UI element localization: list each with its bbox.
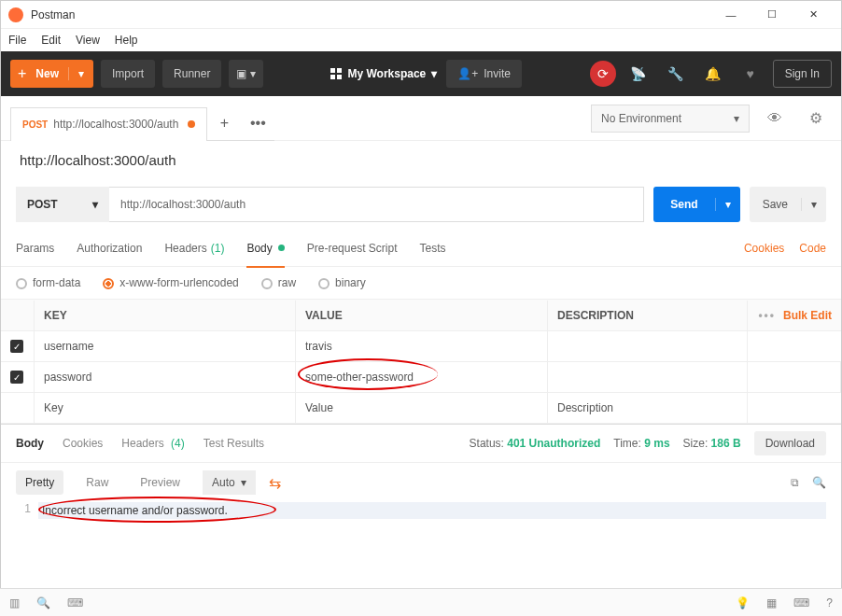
tab-options-button[interactable]: ••• xyxy=(241,107,274,141)
kv-row: ✓ password some-other-password xyxy=(1,362,841,393)
view-raw[interactable]: Raw xyxy=(77,470,118,495)
save-button[interactable]: Save ▾ xyxy=(750,187,826,222)
heart-icon[interactable]: ♥ xyxy=(736,60,765,88)
request-row: POST ▾ Send ▾ Save ▾ xyxy=(1,179,841,230)
import-button[interactable]: Import xyxy=(101,60,155,88)
kv-desc-placeholder[interactable]: Description xyxy=(548,393,748,423)
bulk-edit-link[interactable]: Bulk Edit xyxy=(783,309,832,322)
radio-form-data[interactable]: form-data xyxy=(16,276,80,289)
wrap-lines-icon[interactable]: ⇆ xyxy=(269,474,281,492)
view-preview[interactable]: Preview xyxy=(131,470,189,495)
tab-headers[interactable]: Headers (1) xyxy=(164,230,224,267)
chevron-down-icon: ▾ xyxy=(431,67,437,80)
kv-key[interactable]: password xyxy=(35,362,296,392)
resp-tab-headers[interactable]: Headers (4) xyxy=(121,437,184,450)
tab-method: POST xyxy=(22,119,48,130)
send-dropdown[interactable]: ▾ xyxy=(715,198,740,211)
kv-value[interactable]: some-other-password xyxy=(296,362,548,392)
kv-desc[interactable] xyxy=(548,362,748,392)
tab-tests[interactable]: Tests xyxy=(419,230,445,267)
environment-preview-button[interactable]: 👁 xyxy=(759,105,791,133)
chevron-down-icon: ▾ xyxy=(241,476,246,489)
kv-header: KEY VALUE DESCRIPTION ••• Bulk Edit xyxy=(1,300,841,331)
save-dropdown[interactable]: ▾ xyxy=(801,198,826,211)
menu-file[interactable]: File xyxy=(8,34,26,47)
tab-url: http://localhost:3000/auth xyxy=(53,118,178,131)
row-checkbox[interactable]: ✓ xyxy=(10,371,23,384)
tab-authorization[interactable]: Authorization xyxy=(77,230,142,267)
signin-button[interactable]: Sign In xyxy=(773,60,832,88)
bootcamp-icon[interactable]: 💡 xyxy=(736,596,750,609)
notifications-icon[interactable]: 🔔 xyxy=(698,60,728,88)
send-button[interactable]: Send ▾ xyxy=(653,187,739,222)
resp-tab-body[interactable]: Body xyxy=(16,437,44,450)
tab-params[interactable]: Params xyxy=(16,230,54,267)
menu-edit[interactable]: Edit xyxy=(41,34,61,47)
app-logo-icon xyxy=(8,7,23,22)
kv-key[interactable]: username xyxy=(35,331,296,361)
radio-raw[interactable]: raw xyxy=(261,276,296,289)
invite-button[interactable]: 👤+ Invite xyxy=(446,60,522,88)
line-number: 1 xyxy=(16,502,38,519)
new-button[interactable]: + New ▾ xyxy=(10,60,93,88)
url-input[interactable] xyxy=(109,187,644,222)
copy-icon[interactable]: ⧉ xyxy=(791,476,799,489)
request-subtabs: Params Authorization Headers (1) Body Pr… xyxy=(1,230,841,267)
tab-body[interactable]: Body xyxy=(246,230,284,267)
kv-options-button[interactable]: ••• xyxy=(758,309,776,322)
response-text[interactable]: Incorrect username and/or password. xyxy=(38,502,826,519)
maximize-button[interactable]: ☐ xyxy=(751,2,793,28)
row-checkbox[interactable]: ✓ xyxy=(10,340,23,353)
cookies-link[interactable]: Cookies xyxy=(744,242,784,255)
method-selector[interactable]: POST ▾ xyxy=(16,187,109,222)
minimize-button[interactable]: — xyxy=(710,2,751,28)
view-format-selector[interactable]: Auto ▾ xyxy=(203,470,256,495)
search-icon[interactable]: 🔍 xyxy=(812,476,826,489)
help-icon[interactable]: ? xyxy=(826,596,833,609)
keyboard-icon[interactable]: ⌨ xyxy=(793,596,809,609)
menu-help[interactable]: Help xyxy=(115,34,138,47)
sidebar-toggle-icon[interactable]: ▥ xyxy=(9,596,20,609)
kv-value-placeholder[interactable]: Value xyxy=(296,393,548,423)
body-type-row: form-data x-www-form-urlencoded raw bina… xyxy=(1,267,841,300)
menu-view[interactable]: View xyxy=(76,34,100,47)
add-tab-button[interactable]: + xyxy=(207,107,241,141)
resp-tab-tests[interactable]: Test Results xyxy=(203,437,264,450)
radio-binary[interactable]: binary xyxy=(318,276,366,289)
request-tab[interactable]: POST http://localhost:3000/auth xyxy=(10,107,207,141)
kv-desc[interactable] xyxy=(548,331,748,361)
find-icon[interactable]: 🔍 xyxy=(36,596,50,609)
workspace-label: My Workspace xyxy=(347,67,426,80)
runner-button[interactable]: Runner xyxy=(162,60,221,88)
time-value: 9 ms xyxy=(644,437,669,450)
sync-button[interactable]: ⟳ xyxy=(590,61,616,87)
kv-key-placeholder[interactable]: Key xyxy=(35,393,296,423)
layout-icon[interactable]: ▦ xyxy=(766,596,777,609)
window-title: Postman xyxy=(31,8,710,21)
send-label: Send xyxy=(653,198,714,211)
size-value: 186 B xyxy=(711,437,741,450)
workspace-grid-icon xyxy=(330,68,342,79)
resp-tab-cookies[interactable]: Cookies xyxy=(63,437,103,450)
new-dropdown[interactable]: ▾ xyxy=(68,67,93,80)
new-window-button[interactable]: ▣ ▾ xyxy=(229,60,262,88)
unsaved-dot-icon xyxy=(188,120,195,128)
environment-selector[interactable]: No Environment ▾ xyxy=(591,105,750,133)
environment-label: No Environment xyxy=(601,112,681,125)
download-button[interactable]: Download xyxy=(754,431,826,455)
radio-urlencoded[interactable]: x-www-form-urlencoded xyxy=(103,276,238,289)
save-label: Save xyxy=(750,198,801,211)
tab-prerequest[interactable]: Pre-request Script xyxy=(307,230,398,267)
close-button[interactable]: ✕ xyxy=(793,2,834,28)
code-link[interactable]: Code xyxy=(799,242,826,255)
kv-value[interactable]: travis xyxy=(296,331,548,361)
response-tabs: Body Cookies Headers (4) Test Results St… xyxy=(1,424,841,463)
settings-wrench-icon[interactable]: 🔧 xyxy=(661,60,691,88)
environment-settings-button[interactable]: ⚙ xyxy=(800,105,832,133)
view-pretty[interactable]: Pretty xyxy=(16,470,63,495)
request-tabstrip: POST http://localhost:3000/auth + ••• No… xyxy=(1,96,841,141)
workspace-selector[interactable]: My Workspace ▾ xyxy=(330,67,437,80)
response-body-line: 1 Incorrect username and/or password. xyxy=(1,502,841,519)
console-icon[interactable]: ⌨ xyxy=(67,596,83,609)
capture-icon[interactable]: 📡 xyxy=(624,60,653,88)
